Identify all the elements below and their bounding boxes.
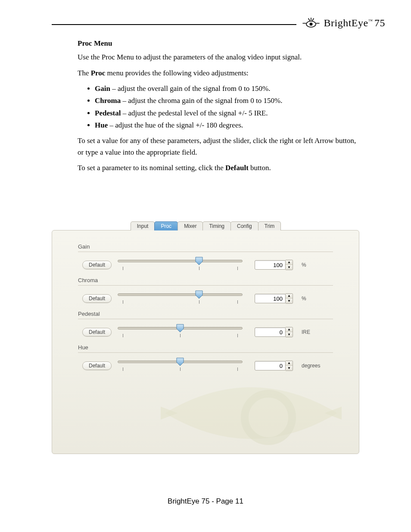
svg-marker-9 (161, 407, 178, 420)
arrow-down-icon[interactable]: ▼ (286, 366, 293, 370)
slider[interactable] (118, 257, 243, 273)
svg-line-2 (308, 19, 310, 21)
arrow-up-icon[interactable]: ▲ (286, 294, 293, 299)
proc-panel: GainDefault ▲▼%ChromaDefault ▲▼%Pedestal… (52, 230, 359, 454)
value-input[interactable] (255, 361, 286, 370)
default-button[interactable]: Default (82, 361, 112, 370)
svg-line-4 (312, 19, 314, 21)
value-input[interactable] (255, 260, 286, 270)
param-label: Chroma (78, 277, 333, 286)
param-chroma: ChromaDefault ▲▼% (78, 277, 333, 306)
bullet-list: Gain – adjust the overall gain of the si… (78, 83, 359, 131)
param-hue: HueDefault ▲▼degrees (78, 344, 333, 373)
unit-label: degrees (302, 363, 323, 369)
slider-thumb[interactable] (195, 257, 203, 265)
tab-config[interactable]: Config (230, 221, 258, 230)
arrow-down-icon[interactable]: ▼ (286, 265, 293, 270)
value-input[interactable] (255, 294, 286, 303)
param-label: Pedestal (78, 311, 333, 319)
set-default-text: To set a parameter to its nominal settin… (78, 162, 359, 174)
brand-name: BrightEye (324, 17, 368, 28)
page-footer: BrightEye 75 - Page 11 (26, 497, 385, 506)
slider[interactable] (118, 291, 243, 306)
arrow-down-icon[interactable]: ▼ (286, 332, 293, 337)
tab-mixer[interactable]: Mixer (177, 221, 203, 230)
tab-bar: InputProcMixerTimingConfigTrim (52, 221, 359, 230)
arrow-down-icon[interactable]: ▼ (286, 299, 293, 303)
value-input[interactable] (255, 327, 286, 337)
section-heading: Proc Menu (78, 38, 359, 49)
brand-model: 75 (374, 17, 385, 28)
default-button[interactable]: Default (82, 261, 112, 269)
svg-point-6 (309, 22, 312, 25)
intro-text: Use the Proc Menu to adjust the paramete… (78, 52, 359, 63)
brand-logo: BrightEye™75 (296, 17, 385, 29)
arrow-up-icon[interactable]: ▲ (286, 327, 293, 332)
tab-timing[interactable]: Timing (202, 221, 231, 230)
unit-label: % (302, 262, 323, 268)
set-value-text: To set a value for any of these paramete… (78, 135, 359, 158)
slider-thumb[interactable] (195, 290, 203, 299)
arrow-up-icon[interactable]: ▲ (286, 361, 293, 366)
tab-trim[interactable]: Trim (258, 221, 281, 230)
param-pedestal: PedestalDefault ▲▼IRE (78, 311, 333, 340)
eye-icon (302, 18, 321, 29)
param-label: Hue (78, 344, 333, 353)
slider[interactable] (118, 358, 243, 373)
param-label: Gain (78, 243, 333, 252)
slider-thumb[interactable] (176, 324, 184, 333)
arrow-up-icon[interactable]: ▲ (286, 260, 293, 265)
default-button[interactable]: Default (82, 328, 112, 336)
unit-label: % (302, 296, 323, 302)
slider[interactable] (118, 324, 243, 340)
header-rule: BrightEye™75 (52, 17, 385, 30)
lead-text: The Proc menu provides the following vid… (78, 68, 359, 79)
slider-thumb[interactable] (176, 358, 184, 366)
svg-point-7 (245, 394, 292, 441)
svg-marker-8 (324, 407, 342, 420)
tab-proc[interactable]: Proc (154, 221, 178, 230)
tab-input[interactable]: Input (131, 221, 155, 230)
param-gain: GainDefault ▲▼% (78, 243, 333, 273)
default-button[interactable]: Default (82, 294, 112, 303)
unit-label: IRE (302, 329, 323, 335)
